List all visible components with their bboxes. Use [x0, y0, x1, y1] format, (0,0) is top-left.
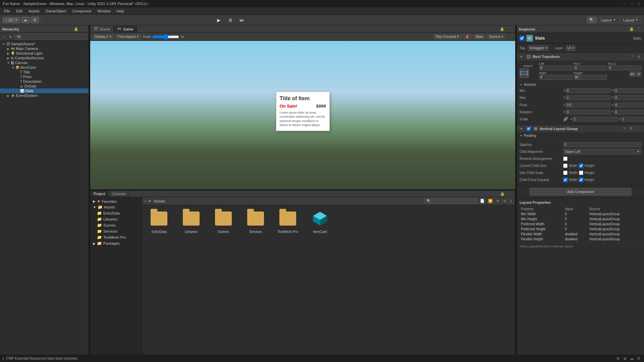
scale-y-input[interactable]	[621, 117, 644, 122]
asset-item-textmesh-pro[interactable]: TextMesh Pro	[274, 208, 301, 234]
sidebar-item-entrydata[interactable]: 📁 EntryData	[90, 210, 142, 216]
vlg-settings-btn[interactable]: ⚙	[628, 126, 634, 131]
height-input[interactable]	[574, 75, 607, 80]
assets-add-btn[interactable]: +	[144, 199, 146, 203]
rect-collapse-icon[interactable]: ▼	[520, 55, 523, 59]
scale-x-input[interactable]	[573, 117, 618, 122]
scene-menu-btn[interactable]: ⋮	[507, 34, 513, 39]
sidebar-item-packages[interactable]: ▶ 📁 Packages	[90, 240, 142, 246]
menu-item-gameobject[interactable]: GameObject	[43, 8, 69, 14]
right-input[interactable]	[539, 75, 573, 80]
hierarchy-item-directional-light[interactable]: ▶💡Directional Light	[0, 51, 89, 56]
anchors-max-x-input[interactable]	[566, 95, 611, 100]
rotation-x-input[interactable]	[566, 110, 611, 115]
hierarchy-item-canvas[interactable]: ▼🖼Canvas	[0, 60, 89, 65]
padding-header[interactable]: ▼ Padding	[520, 134, 641, 137]
vlg-enabled-checkbox[interactable]	[527, 127, 531, 131]
assets-search-input[interactable]	[424, 198, 478, 204]
menu-item-file[interactable]: File	[1, 8, 13, 14]
play-button[interactable]: ▶	[214, 16, 224, 24]
vlg-help-btn[interactable]: ?	[622, 126, 626, 131]
add-component-btn[interactable]: Add Component	[530, 188, 631, 195]
vertical-layout-header[interactable]: ▼ ⊞ Vertical Layout Group ? ⚙ ⋮	[517, 125, 644, 132]
assets-icon-btn-3[interactable]: ★	[495, 198, 500, 203]
layer-dropdown[interactable]: UI ▼	[566, 45, 576, 51]
menu-item-help[interactable]: Help	[114, 8, 127, 14]
assets-chevron[interactable]: ▼	[148, 199, 151, 203]
hierarchy-item-eventsystem[interactable]: ▶⚡EventSystem	[0, 93, 89, 98]
hierarchy-item-stats[interactable]: 📊Stats	[0, 88, 89, 93]
assets-icon-btn-1[interactable]: 📄	[479, 198, 486, 203]
aspect-selector[interactable]: Free Aspect ▼	[115, 34, 141, 39]
vlg-menu-btn[interactable]: ⋮	[636, 126, 641, 131]
hierarchy-item-itemcard[interactable]: ▼📦ItemCard	[0, 65, 89, 70]
maximize-btn[interactable]: □	[630, 1, 635, 6]
layers-button[interactable]: Layers ▼	[598, 17, 619, 23]
view-menu-btn[interactable]: ⋮	[507, 26, 513, 32]
hierarchy-item-description[interactable]: TDescription	[0, 79, 89, 84]
status-btn-4[interactable]: ⚙	[636, 356, 641, 361]
tab-game[interactable]: 🎮 Game	[114, 26, 137, 32]
menu-item-edit[interactable]: Edit	[13, 8, 25, 14]
hierarchy-item-samplescene*[interactable]: ▼🎬SampleScene*	[0, 42, 89, 46]
project-menu-btn[interactable]: ⋮	[507, 191, 513, 196]
child-alignment-dropdown[interactable]: Upper Left ▼	[563, 149, 641, 155]
project-lock-btn[interactable]: 🔒	[499, 191, 506, 196]
force-expand-width-checkbox[interactable]	[563, 178, 568, 182]
spacing-input[interactable]	[563, 142, 641, 147]
pos-z-input[interactable]	[608, 65, 641, 70]
hierarchy-menu-btn[interactable]: ⋮	[81, 26, 87, 32]
gizmos-btn[interactable]: Gizmos ▼	[487, 34, 506, 39]
status-btn-3[interactable]: ☁	[629, 356, 635, 361]
anchors-min-x-input[interactable]	[566, 88, 611, 93]
menu-item-assets[interactable]: Assets	[26, 8, 42, 14]
reverse-arrangement-checkbox[interactable]	[563, 157, 568, 161]
rect-transform-header[interactable]: ▼ ⊡ Rect Transform ? ⚙	[517, 53, 644, 61]
hierarchy-item-contentfulservice[interactable]: ▶⚙ContentfulService	[0, 56, 89, 60]
view-lock-btn[interactable]: 🔒	[499, 26, 505, 32]
asset-item-itemcard[interactable]: ItemCard	[307, 208, 333, 234]
use-scale-width-checkbox[interactable]	[563, 171, 568, 175]
hierarchy-item-price[interactable]: TPrice	[0, 74, 89, 79]
search-button[interactable]: 🔍	[587, 17, 596, 23]
cloud-button[interactable]: ☁	[21, 17, 30, 23]
hierarchy-item-title[interactable]: TTitle	[0, 70, 89, 74]
rect-settings-btn[interactable]: ⚙	[636, 54, 641, 59]
sidebar-item-textmeshpro[interactable]: 📁 TextMesh Pro	[90, 234, 142, 240]
add-hierarchy-btn[interactable]: +	[2, 35, 6, 39]
close-btn[interactable]: ✕	[637, 1, 641, 6]
gc-button[interactable]: ● GC ▼	[3, 17, 20, 23]
asset-item-libraries[interactable]: Libraries	[178, 208, 205, 234]
status-btn-1[interactable]: ⊞	[615, 356, 621, 361]
assets-icon-btn-4[interactable]: 👁	[502, 199, 507, 203]
step-button[interactable]: ⏭	[237, 16, 247, 24]
use-scale-height-checkbox[interactable]	[579, 171, 583, 175]
scale-link-btn[interactable]: 🔗	[563, 117, 568, 122]
menu-item-component[interactable]: Component	[69, 8, 94, 14]
asset-item-entrydata[interactable]: EntryData	[146, 208, 172, 234]
hierarchy-item-onsale[interactable]: ◎OnSale	[0, 84, 89, 88]
sidebar-item-libraries[interactable]: 📁 Libraries	[90, 216, 142, 222]
assets-icon-btn-2[interactable]: 🔽	[487, 198, 494, 203]
anchors-min-y-input[interactable]	[614, 88, 644, 93]
minimize-btn[interactable]: —	[623, 1, 628, 6]
asset-item-services[interactable]: Services	[242, 208, 269, 234]
mute-btn[interactable]: 🔇	[463, 34, 472, 39]
r-btn[interactable]: R	[637, 71, 642, 77]
hierarchy-search[interactable]	[14, 34, 87, 40]
layout-button[interactable]: Layout ▼	[620, 17, 641, 23]
tab-project[interactable]: Project	[90, 191, 109, 197]
status-btn-2[interactable]: 🖥	[622, 356, 628, 361]
play-focused-btn[interactable]: Play Focused ▼	[433, 34, 462, 39]
rotation-y-input[interactable]	[614, 110, 644, 115]
tab-console[interactable]: Console	[109, 191, 129, 197]
sidebar-item-services[interactable]: 📁 Services	[90, 228, 142, 234]
sidebar-item-scenes[interactable]: 📁 Scenes	[90, 222, 142, 228]
anchors-header[interactable]: ▼ Anchors	[520, 83, 641, 86]
hierarchy-chevron[interactable]: ▼	[7, 35, 13, 39]
asset-item-scenes[interactable]: Scenes	[210, 208, 237, 234]
pivot-y-input[interactable]	[614, 103, 644, 108]
pause-button[interactable]: ⏸	[226, 16, 235, 24]
control-height-checkbox[interactable]	[579, 164, 583, 168]
inspector-menu-btn[interactable]: ⋮	[636, 26, 642, 32]
